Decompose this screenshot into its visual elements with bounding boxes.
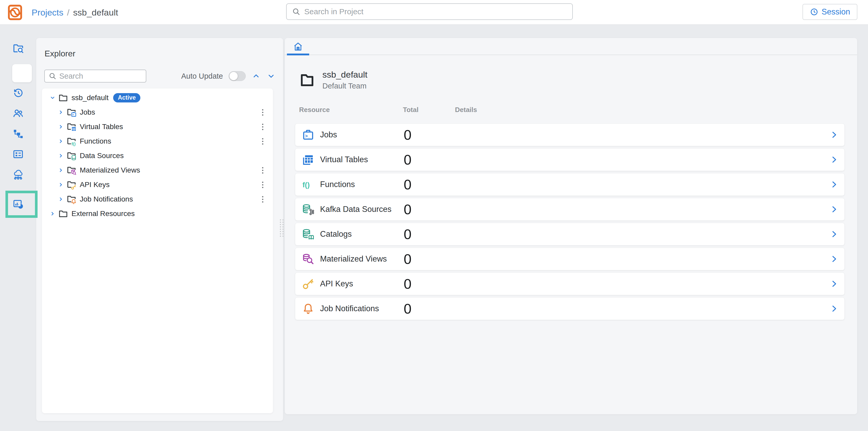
resource-total: 0 [404,251,411,267]
session-button[interactable]: Session [803,4,857,20]
resource-row-materialized-views[interactable]: Materialized Views 0 [295,247,845,270]
svg-text:>_: >_ [72,113,75,116]
tree-item-jobs[interactable]: >_ Jobs [42,105,273,120]
tree-item-materialized-views[interactable]: Materialized Views [42,163,273,177]
resource-row-kafka-data-sources[interactable]: Kafka Data Sources 0 [295,198,845,221]
chevron-down-icon[interactable] [49,94,57,102]
chevron-right-icon[interactable] [57,181,65,189]
tree-item-data-sources[interactable]: Data Sources [42,148,273,163]
active-tab-indicator [287,54,309,55]
resource-label: Functions [320,180,355,189]
resource-row-catalogs[interactable]: Catalogs 0 [295,223,845,245]
api-keys-icon [302,277,314,290]
job-notifications-folder-icon [66,194,78,204]
kebab-menu-icon[interactable] [259,108,266,117]
tab-home[interactable] [287,38,309,55]
tree-item-virtual-tables[interactable]: Virtual Tables [42,120,273,134]
tree-item-api-keys[interactable]: API Keys [42,177,273,192]
chevron-right-icon[interactable] [57,195,65,203]
rail-item-lineage[interactable] [0,125,36,143]
collapse-all-button[interactable] [251,71,261,81]
chevron-right-icon[interactable] [57,123,65,131]
api-keys-folder-icon [66,179,78,190]
svg-text:f(): f() [303,181,310,189]
rail-item-monitoring[interactable] [0,195,36,213]
rail-item-history[interactable] [0,84,36,102]
jobs-folder-icon: >_ [66,107,78,118]
chevron-right-icon[interactable] [57,152,65,160]
resource-row-virtual-tables[interactable]: Virtual Tables 0 [295,148,845,171]
svg-text:f(): f() [71,142,75,146]
auto-update-toggle[interactable] [229,71,246,81]
resource-label: Catalogs [320,229,352,239]
left-nav-rail [0,25,36,431]
kebab-menu-icon[interactable] [259,122,266,131]
explorer-tree: ssb_default Active >_ Jobs [42,89,273,413]
resource-row-api-keys[interactable]: API Keys 0 [295,272,845,295]
tree-item-external-resources[interactable]: External Resources [42,206,273,221]
resource-total: 0 [404,301,411,317]
column-header-total: Total [403,106,418,114]
resource-label: Materialized Views [320,254,387,264]
tree-item-functions[interactable]: f() Functions [42,134,273,148]
app-logo-icon[interactable] [7,5,23,20]
kebab-menu-icon[interactable] [259,137,266,146]
rail-item-explorer[interactable] [0,39,36,58]
breadcrumb-projects-link[interactable]: Projects [32,7,63,18]
chevron-right-icon[interactable] [57,137,65,145]
tree-item-ssb-default[interactable]: ssb_default Active [42,91,273,105]
chevron-right-icon[interactable] [829,254,839,264]
panel-resize-handle[interactable] [280,220,284,236]
kebab-menu-icon[interactable] [259,166,266,175]
resource-row-job-notifications[interactable]: Job Notifications 0 [295,297,845,320]
project-search-bar[interactable] [286,3,573,20]
cloud-cluster-icon [12,169,24,180]
project-search-input[interactable] [304,7,567,16]
table-column-headers: Resource Total Details [295,106,845,114]
kebab-menu-icon[interactable] [259,180,266,189]
kebab-menu-icon[interactable] [259,195,266,204]
explorer-search-input[interactable] [59,72,142,80]
chevron-right-icon[interactable] [57,108,65,116]
chevron-right-icon[interactable] [829,205,839,214]
search-icon [49,72,57,80]
chevron-right-icon[interactable] [57,166,65,174]
chevron-right-icon[interactable] [829,304,839,313]
job-notifications-icon [302,302,314,315]
tree-item-label: ssb_default [71,94,108,102]
tree-item-label: Virtual Tables [80,123,123,131]
rail-item-cards[interactable] [0,145,36,163]
chevron-right-icon[interactable] [829,279,839,289]
chevron-right-icon[interactable] [49,210,57,218]
chevron-right-icon[interactable] [829,130,839,139]
explorer-search-bar[interactable] [44,70,146,82]
session-button-label: Session [822,7,850,16]
explorer-toolbar: Auto Update [44,70,276,82]
resource-row-jobs[interactable]: >_ Jobs 0 [295,123,845,146]
functions-icon: f() [302,178,314,191]
chevron-right-icon[interactable] [829,229,839,239]
users-icon [12,108,24,119]
rail-item-cluster[interactable] [0,166,36,184]
materialized-views-icon [302,253,314,265]
tree-item-label: Materialized Views [80,166,140,174]
chevron-right-icon[interactable] [829,155,839,164]
tree-item-job-notifications[interactable]: Job Notifications [42,192,273,206]
chevron-right-icon[interactable] [829,180,839,189]
virtual-tables-icon [302,154,314,166]
column-header-resource: Resource [299,106,330,114]
resource-total: 0 [404,127,411,143]
tab-bar [285,38,857,55]
resource-total: 0 [404,152,411,168]
tree-item-label: Jobs [80,108,95,117]
rail-item-users[interactable] [0,104,36,122]
folder-icon [58,93,69,103]
resource-row-functions[interactable]: f() Functions 0 [295,173,845,196]
jobs-icon: >_ [302,129,314,141]
functions-folder-icon: f() [66,136,78,146]
folder-icon [58,208,69,219]
svg-text:>_: >_ [305,133,311,139]
project-team: Default Team [322,82,367,90]
cards-icon [12,148,24,160]
expand-all-button[interactable] [267,71,276,81]
